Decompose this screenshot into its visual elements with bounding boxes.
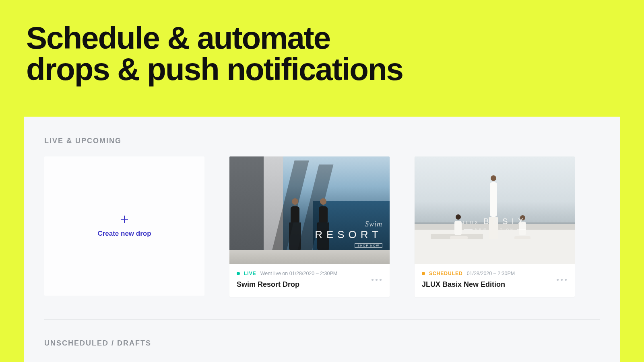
- drop-title: Swim Resort Drop: [237, 280, 382, 289]
- section-divider: [44, 319, 600, 320]
- drop-title: JLUX Basix New Edition: [422, 280, 568, 289]
- drop-thumbnail: Swim RESORT SHOP NOW: [229, 156, 390, 264]
- status-label: LIVE: [244, 271, 256, 276]
- status-line: LIVE Went live on 01/28/2020 – 2:30PM: [237, 271, 382, 276]
- dots-icon: [557, 279, 559, 281]
- section-heading-drafts: UNSCHEDULED / DRAFTS: [44, 339, 600, 348]
- create-new-drop-label: Create new drop: [97, 230, 151, 238]
- page-title-line1: Schedule & automate: [26, 20, 330, 56]
- drop-card-jlux-basix[interactable]: JLUX BASIX NEW EDITION SCHEDULED 01/28/2…: [415, 156, 575, 297]
- thumbnail-overlay-text: Swim RESORT SHOP NOW: [315, 220, 382, 248]
- more-options-button[interactable]: [369, 276, 384, 283]
- page-title-line2: drops & push notifications: [26, 51, 403, 87]
- status-label: SCHEDULED: [429, 271, 463, 276]
- create-new-drop-button[interactable]: Create new drop: [44, 156, 204, 296]
- status-dot-icon: [237, 272, 240, 275]
- more-options-button[interactable]: [554, 276, 569, 283]
- status-timestamp: Went live on 01/28/2020 – 2:30PM: [260, 271, 338, 276]
- dots-icon: [372, 279, 374, 281]
- status-line: SCHEDULED 01/28/2020 – 2:30PM: [422, 271, 568, 276]
- status-timestamp: 01/28/2020 – 2:30PM: [467, 271, 515, 276]
- status-dot-icon: [422, 272, 425, 275]
- drop-thumbnail: JLUX BASIX NEW EDITION: [415, 156, 575, 264]
- drops-panel: LIVE & UPCOMING Create new drop Swim: [24, 117, 620, 362]
- page-title: Schedule & automate drops & push notific…: [26, 22, 403, 85]
- cards-row: Create new drop Swim RESORT SHOP NOW: [44, 156, 600, 297]
- thumbnail-overlay-text: JLUX BASIX NEW EDITION: [415, 217, 575, 231]
- plus-icon: [120, 214, 129, 224]
- drop-card-swim-resort[interactable]: Swim RESORT SHOP NOW LIVE Went live on 0…: [229, 156, 390, 297]
- section-heading-live-upcoming: LIVE & UPCOMING: [44, 137, 600, 145]
